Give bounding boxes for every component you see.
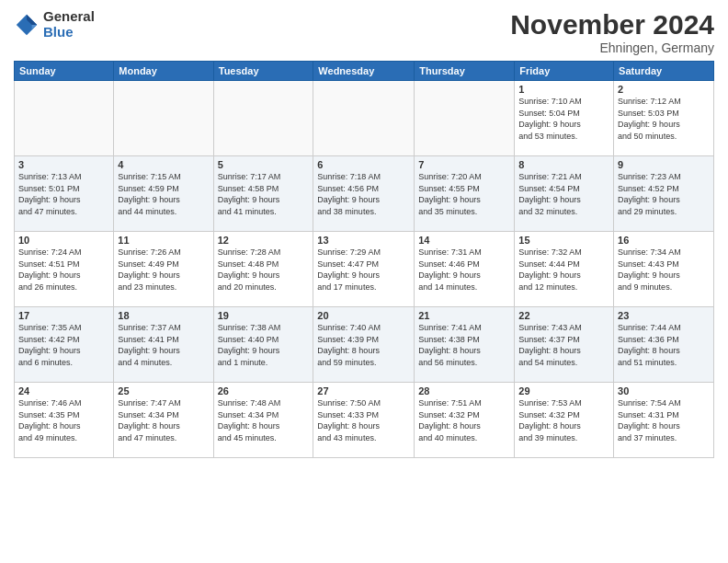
- day-cell: 19Sunrise: 7:38 AMSunset: 4:40 PMDayligh…: [213, 307, 313, 383]
- day-cell: [213, 81, 313, 156]
- day-number: 28: [418, 385, 510, 396]
- day-cell: [415, 81, 515, 156]
- day-cell: 24Sunrise: 7:46 AMSunset: 4:35 PMDayligh…: [15, 383, 114, 458]
- day-cell: 8Sunrise: 7:21 AMSunset: 4:54 PMDaylight…: [515, 156, 614, 232]
- day-cell: [15, 81, 114, 156]
- day-cell: 15Sunrise: 7:32 AMSunset: 4:44 PMDayligh…: [515, 232, 614, 307]
- day-info: Sunrise: 7:20 AMSunset: 4:55 PMDaylight:…: [418, 171, 510, 217]
- week-row-2: 10Sunrise: 7:24 AMSunset: 4:51 PMDayligh…: [15, 232, 714, 307]
- page: General Blue November 2024 Ehningen, Ger…: [0, 0, 728, 563]
- day-number: 4: [118, 159, 209, 170]
- day-number: 24: [18, 385, 109, 396]
- day-number: 17: [18, 310, 109, 321]
- day-number: 21: [418, 310, 510, 321]
- title-block: November 2024 Ehningen, Germany: [510, 9, 714, 55]
- day-cell: 3Sunrise: 7:13 AMSunset: 5:01 PMDaylight…: [15, 156, 114, 232]
- day-cell: 11Sunrise: 7:26 AMSunset: 4:49 PMDayligh…: [114, 232, 213, 307]
- header-cell-thursday: Thursday: [415, 62, 515, 81]
- header-cell-friday: Friday: [515, 62, 614, 81]
- day-info: Sunrise: 7:38 AMSunset: 4:40 PMDaylight:…: [218, 322, 310, 368]
- day-number: 12: [218, 235, 310, 246]
- day-number: 2: [618, 84, 710, 95]
- day-info: Sunrise: 7:43 AMSunset: 4:37 PMDaylight:…: [518, 322, 609, 368]
- day-number: 25: [118, 385, 209, 396]
- day-info: Sunrise: 7:28 AMSunset: 4:48 PMDaylight:…: [218, 247, 310, 293]
- day-number: 8: [518, 159, 609, 170]
- day-number: 22: [518, 310, 609, 321]
- logo-general-text: General: [43, 9, 95, 25]
- day-info: Sunrise: 7:21 AMSunset: 4:54 PMDaylight:…: [518, 171, 609, 217]
- day-cell: 2Sunrise: 7:12 AMSunset: 5:03 PMDaylight…: [614, 81, 714, 156]
- header-cell-monday: Monday: [114, 62, 213, 81]
- day-info: Sunrise: 7:51 AMSunset: 4:32 PMDaylight:…: [418, 397, 510, 443]
- day-info: Sunrise: 7:17 AMSunset: 4:58 PMDaylight:…: [218, 171, 310, 217]
- week-row-4: 24Sunrise: 7:46 AMSunset: 4:35 PMDayligh…: [15, 383, 714, 458]
- day-number: 13: [317, 235, 410, 246]
- svg-marker-2: [32, 25, 38, 30]
- logo: General Blue: [14, 9, 95, 40]
- logo-icon: [14, 12, 40, 38]
- day-number: 27: [317, 385, 410, 396]
- day-number: 9: [618, 159, 710, 170]
- day-cell: [114, 81, 213, 156]
- day-number: 14: [418, 235, 510, 246]
- day-info: Sunrise: 7:46 AMSunset: 4:35 PMDaylight:…: [18, 397, 109, 443]
- day-info: Sunrise: 7:12 AMSunset: 5:03 PMDaylight:…: [618, 96, 710, 142]
- day-cell: [313, 81, 415, 156]
- day-cell: 7Sunrise: 7:20 AMSunset: 4:55 PMDaylight…: [415, 156, 515, 232]
- header-cell-wednesday: Wednesday: [313, 62, 415, 81]
- day-info: Sunrise: 7:47 AMSunset: 4:34 PMDaylight:…: [118, 397, 209, 443]
- header-cell-sunday: Sunday: [15, 62, 114, 81]
- day-cell: 5Sunrise: 7:17 AMSunset: 4:58 PMDaylight…: [213, 156, 313, 232]
- month-title: November 2024: [510, 9, 714, 40]
- day-number: 30: [618, 385, 710, 396]
- day-info: Sunrise: 7:54 AMSunset: 4:31 PMDaylight:…: [618, 397, 710, 443]
- header-row: SundayMondayTuesdayWednesdayThursdayFrid…: [15, 62, 714, 81]
- day-cell: 18Sunrise: 7:37 AMSunset: 4:41 PMDayligh…: [114, 307, 213, 383]
- day-number: 16: [618, 235, 710, 246]
- day-info: Sunrise: 7:15 AMSunset: 4:59 PMDaylight:…: [118, 171, 209, 217]
- day-info: Sunrise: 7:50 AMSunset: 4:33 PMDaylight:…: [317, 397, 410, 443]
- day-cell: 14Sunrise: 7:31 AMSunset: 4:46 PMDayligh…: [415, 232, 515, 307]
- calendar: SundayMondayTuesdayWednesdayThursdayFrid…: [14, 61, 714, 458]
- day-info: Sunrise: 7:40 AMSunset: 4:39 PMDaylight:…: [317, 322, 410, 368]
- day-number: 19: [218, 310, 310, 321]
- day-info: Sunrise: 7:44 AMSunset: 4:36 PMDaylight:…: [618, 322, 710, 368]
- day-info: Sunrise: 7:31 AMSunset: 4:46 PMDaylight:…: [418, 247, 510, 293]
- day-cell: 30Sunrise: 7:54 AMSunset: 4:31 PMDayligh…: [614, 383, 714, 458]
- day-info: Sunrise: 7:37 AMSunset: 4:41 PMDaylight:…: [118, 322, 209, 368]
- day-info: Sunrise: 7:34 AMSunset: 4:43 PMDaylight:…: [618, 247, 710, 293]
- day-cell: 22Sunrise: 7:43 AMSunset: 4:37 PMDayligh…: [515, 307, 614, 383]
- day-info: Sunrise: 7:53 AMSunset: 4:32 PMDaylight:…: [518, 397, 609, 443]
- day-cell: 9Sunrise: 7:23 AMSunset: 4:52 PMDaylight…: [614, 156, 714, 232]
- day-cell: 12Sunrise: 7:28 AMSunset: 4:48 PMDayligh…: [213, 232, 313, 307]
- day-info: Sunrise: 7:29 AMSunset: 4:47 PMDaylight:…: [317, 247, 410, 293]
- day-number: 23: [618, 310, 710, 321]
- day-number: 15: [518, 235, 609, 246]
- day-number: 3: [18, 159, 109, 170]
- day-cell: 25Sunrise: 7:47 AMSunset: 4:34 PMDayligh…: [114, 383, 213, 458]
- day-cell: 27Sunrise: 7:50 AMSunset: 4:33 PMDayligh…: [313, 383, 415, 458]
- day-cell: 26Sunrise: 7:48 AMSunset: 4:34 PMDayligh…: [213, 383, 313, 458]
- day-cell: 28Sunrise: 7:51 AMSunset: 4:32 PMDayligh…: [415, 383, 515, 458]
- logo-blue-text: Blue: [43, 25, 95, 40]
- day-cell: 1Sunrise: 7:10 AMSunset: 5:04 PMDaylight…: [515, 81, 614, 156]
- day-cell: 6Sunrise: 7:18 AMSunset: 4:56 PMDaylight…: [313, 156, 415, 232]
- header-cell-saturday: Saturday: [614, 62, 714, 81]
- day-cell: 17Sunrise: 7:35 AMSunset: 4:42 PMDayligh…: [15, 307, 114, 383]
- header-cell-tuesday: Tuesday: [213, 62, 313, 81]
- day-info: Sunrise: 7:24 AMSunset: 4:51 PMDaylight:…: [18, 247, 109, 293]
- day-info: Sunrise: 7:35 AMSunset: 4:42 PMDaylight:…: [18, 322, 109, 368]
- day-info: Sunrise: 7:26 AMSunset: 4:49 PMDaylight:…: [118, 247, 209, 293]
- day-info: Sunrise: 7:32 AMSunset: 4:44 PMDaylight:…: [518, 247, 609, 293]
- day-info: Sunrise: 7:10 AMSunset: 5:04 PMDaylight:…: [518, 96, 609, 142]
- day-cell: 20Sunrise: 7:40 AMSunset: 4:39 PMDayligh…: [313, 307, 415, 383]
- day-info: Sunrise: 7:13 AMSunset: 5:01 PMDaylight:…: [18, 171, 109, 217]
- day-cell: 16Sunrise: 7:34 AMSunset: 4:43 PMDayligh…: [614, 232, 714, 307]
- day-cell: 10Sunrise: 7:24 AMSunset: 4:51 PMDayligh…: [15, 232, 114, 307]
- week-row-0: 1Sunrise: 7:10 AMSunset: 5:04 PMDaylight…: [15, 81, 714, 156]
- day-number: 18: [118, 310, 209, 321]
- day-cell: 13Sunrise: 7:29 AMSunset: 4:47 PMDayligh…: [313, 232, 415, 307]
- day-number: 20: [317, 310, 410, 321]
- logo-text: General Blue: [43, 9, 95, 40]
